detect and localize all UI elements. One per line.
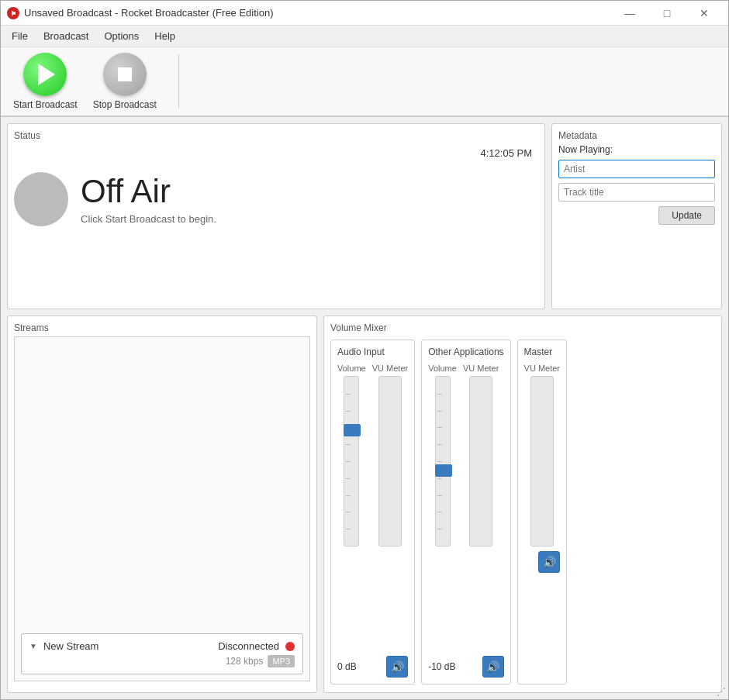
- start-broadcast-label: Start Broadcast: [13, 99, 78, 110]
- other-volume-col: Volume: [428, 364, 457, 547]
- audio-vu-label: VU Meter: [372, 364, 408, 373]
- audio-input-section: Audio Input Volume: [330, 340, 415, 684]
- title-bar-controls: — □ ✕: [612, 2, 722, 25]
- now-playing-label: Now Playing:: [558, 144, 715, 155]
- streams-panel-title: Streams: [14, 322, 310, 333]
- streams-panel: Streams ▼ New Stream Disconnected 128 kb…: [7, 316, 317, 693]
- stream-name: New Stream: [43, 640, 212, 652]
- master-speaker-button[interactable]: 🔊: [538, 551, 560, 573]
- master-vu-label: VU Meter: [524, 364, 560, 373]
- track-input[interactable]: [558, 183, 715, 202]
- other-mixer-bottom: -10 dB 🔊: [428, 656, 503, 678]
- audio-db-label: 0 dB: [337, 661, 357, 672]
- status-subtitle: Click Start Broadcast to begin.: [81, 213, 216, 225]
- stop-icon: [118, 67, 132, 81]
- app-icon: [7, 7, 19, 19]
- status-time: 4:12:05 PM: [481, 147, 533, 159]
- other-volume-slider-track[interactable]: [435, 376, 451, 547]
- volume-mixer-panel: Volume Mixer Audio Input Volume: [323, 316, 722, 693]
- status-panel-title: Status: [14, 130, 538, 141]
- status-body: Off Air Click Start Broadcast to begin.: [14, 172, 538, 226]
- audio-vu-col: VU Meter: [372, 364, 408, 547]
- close-button[interactable]: ✕: [686, 2, 722, 25]
- audio-input-content: Volume: [337, 364, 408, 651]
- metadata-panel: Metadata Now Playing: Update: [551, 123, 722, 309]
- svg-rect-2: [14, 12, 16, 15]
- audio-volume-slider-track[interactable]: [344, 376, 359, 547]
- audio-speaker-button[interactable]: 🔊: [386, 656, 408, 678]
- top-row: Status 4:12:05 PM Off Air Click Start Br…: [7, 123, 722, 309]
- master-mixer-bottom: 🔊: [524, 551, 560, 573]
- other-apps-section: Other Applications Volume: [421, 340, 510, 684]
- audio-input-title: Audio Input: [337, 347, 408, 357]
- main-content: Status 4:12:05 PM Off Air Click Start Br…: [1, 117, 728, 699]
- other-apps-content: Volume: [428, 364, 503, 651]
- stream-item: ▼ New Stream Disconnected 128 kbps MP3: [21, 633, 303, 674]
- stream-codec: MP3: [268, 655, 295, 667]
- play-icon: [38, 64, 55, 85]
- other-apps-title: Other Applications: [428, 347, 503, 357]
- menu-file[interactable]: File: [4, 27, 36, 45]
- main-window: Unsaved Broadcast - Rocket Broadcaster (…: [0, 0, 729, 700]
- toolbar: Start Broadcast Stop Broadcast: [1, 47, 728, 117]
- master-content: VU Meter: [524, 364, 560, 547]
- toolbar-divider: [178, 54, 179, 109]
- status-state: Off Air: [81, 174, 216, 209]
- master-section: Master VU Meter 🔊: [517, 340, 567, 684]
- other-vu-label: VU Meter: [463, 364, 499, 373]
- status-avatar: [14, 172, 68, 226]
- menu-broadcast[interactable]: Broadcast: [36, 27, 97, 45]
- title-bar: Unsaved Broadcast - Rocket Broadcaster (…: [1, 1, 728, 26]
- menu-help[interactable]: Help: [147, 27, 183, 45]
- other-vu-col: VU Meter: [463, 364, 499, 547]
- start-broadcast-icon: [23, 53, 67, 96]
- status-info: Off Air Click Start Broadcast to begin.: [81, 174, 216, 224]
- status-panel: Status 4:12:05 PM Off Air Click Start Br…: [7, 123, 545, 309]
- streams-inner: ▼ New Stream Disconnected 128 kbps MP3: [14, 336, 310, 681]
- audio-volume-col: Volume: [337, 364, 366, 547]
- title-bar-left: Unsaved Broadcast - Rocket Broadcaster (…: [7, 7, 274, 19]
- mixer-sections: Audio Input Volume: [330, 340, 715, 684]
- stream-item-top: ▼ New Stream Disconnected: [29, 640, 295, 652]
- stop-broadcast-button[interactable]: Stop Broadcast: [93, 53, 157, 110]
- menu-bar: File Broadcast Options Help: [1, 26, 728, 47]
- master-vu-meter: [530, 376, 554, 547]
- menu-options[interactable]: Options: [97, 27, 147, 45]
- stop-broadcast-icon: [103, 53, 147, 96]
- audio-volume-thumb[interactable]: [344, 424, 361, 436]
- metadata-panel-title: Metadata: [558, 130, 715, 141]
- other-speaker-button[interactable]: 🔊: [482, 656, 504, 678]
- other-volume-label: Volume: [428, 364, 457, 373]
- audio-vu-meter: [378, 376, 402, 547]
- volume-mixer-title: Volume Mixer: [330, 322, 715, 333]
- other-db-label: -10 dB: [428, 661, 455, 672]
- resize-handle[interactable]: ⋰: [717, 686, 726, 697]
- stream-status: Disconnected: [218, 640, 279, 652]
- stream-item-bottom: 128 kbps MP3: [29, 655, 295, 667]
- window-title: Unsaved Broadcast - Rocket Broadcaster (…: [24, 7, 274, 19]
- start-broadcast-button[interactable]: Start Broadcast: [13, 53, 78, 110]
- stream-bitrate: 128 kbps: [226, 656, 264, 667]
- bottom-row: Streams ▼ New Stream Disconnected 128 kb…: [7, 316, 722, 693]
- other-vu-meter: [469, 376, 492, 547]
- master-title: Master: [524, 347, 560, 357]
- maximize-button[interactable]: □: [649, 2, 685, 25]
- artist-input[interactable]: [558, 160, 715, 178]
- audio-volume-label: Volume: [337, 364, 366, 373]
- disconnected-dot: [285, 642, 295, 651]
- update-button[interactable]: Update: [658, 206, 715, 225]
- stream-dropdown-icon[interactable]: ▼: [29, 642, 37, 650]
- other-volume-thumb[interactable]: [435, 464, 452, 477]
- audio-mixer-bottom: 0 dB 🔊: [337, 656, 408, 678]
- stop-broadcast-label: Stop Broadcast: [93, 99, 157, 110]
- minimize-button[interactable]: —: [612, 2, 648, 25]
